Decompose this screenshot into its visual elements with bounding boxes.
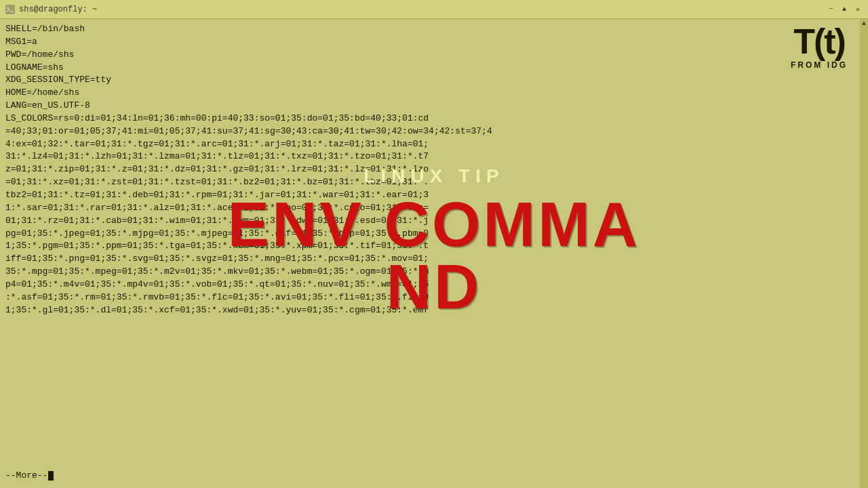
terminal-line: LS_COLORS=rs=0:di=01;34:ln=01;36:mh=00:p… [5,113,863,125]
close-button[interactable]: ✕ [853,5,863,14]
title-bar: shs@dragonfly: ~ − ▲ ✕ [0,0,868,19]
cursor [48,471,54,481]
minimize-button[interactable]: − [826,5,835,14]
terminal-line: LANG=en_US.UTF-8 [5,100,863,113]
terminal-window: shs@dragonfly: ~ − ▲ ✕ SHELL=/bin/bashMS… [0,0,868,488]
terminal-line: 1;35:*.gl=01;35:*.dl=01;35:*.xcf=01;35:*… [5,304,863,317]
terminal-line: SHELL=/bin/bash [5,23,863,36]
more-prompt: --More-- [5,470,54,483]
terminal-line: tbz2=01;31:*.tz=01;31:*.deb=01;31:*.rpm=… [5,189,863,202]
terminal-line: z=01;31:*.zip=01;31:*.z=01;31:*.dz=01;31… [5,163,863,176]
terminal-line: 4:ex=01;32:*.tar=01;31:*.tgz=01;31:*.arc… [5,138,863,151]
terminal-line: 1:*.sar=01;31:*.rar=01;31:*.alz=01;31:*.… [5,202,863,215]
window-title: shs@dragonfly: ~ [19,5,97,14]
scrollbar-track[interactable] [860,28,868,488]
terminal-line: 31:*.lz4=01;31:*.lzh=01;31:*.lzma=01;31:… [5,150,863,163]
logo-container: T(t) FROM IDG [791,24,848,70]
scrollbar[interactable]: ▲ ▼ [860,19,868,488]
terminal-line: 35:*.mpg=01;35:*.mpeg=01;35:*.m2v=01;35:… [5,266,863,279]
logo-text: T(t) [791,24,848,59]
terminal-line: =40;33;01:or=01;05;37;41:mi=01;05;37;41:… [5,125,863,138]
terminal-icon [5,5,15,14]
window-controls: − ▲ ✕ [826,5,863,14]
scroll-up-arrow[interactable]: ▲ [862,19,865,28]
terminal-line: =01;31:*.xz=01;31:*.zst=01;31:*.tzst=01;… [5,176,863,189]
terminal-line: iff=01;35:*.png=01;35:*.svg=01;35:*.svgz… [5,253,863,266]
terminal-line: HOME=/home/shs [5,87,863,100]
terminal-line: XDG_SESSION_TYPE=tty [5,74,863,87]
logo-from-idg: FROM IDG [791,60,848,70]
maximize-button[interactable]: ▲ [840,5,849,14]
terminal-line: LOGNAME=shs [5,62,863,75]
terminal-line: MSG1=a [5,36,863,49]
terminal-line: PWD=/home/shs [5,49,863,62]
terminal-line: p4=01;35:*.m4v=01;35:*.mp4v=01;35:*.vob=… [5,279,863,291]
terminal-line: 1;35:*.pgm=01;35:*.ppm=01;35:*.tga=01;35… [5,240,863,253]
terminal-line: :*.asf=01;35:*.rm=01;35:*.rmvb=01;35:*.f… [5,291,863,304]
terminal-line: 01;31:*.rz=01;31:*.cab=01;31:*.wim=01;31… [5,215,863,228]
terminal-lines: SHELL=/bin/bashMSG1=aPWD=/home/shsLOGNAM… [5,23,863,317]
terminal-content: SHELL=/bin/bashMSG1=aPWD=/home/shsLOGNAM… [0,19,868,488]
terminal-line: pg=01;35:*.jpeg=01;35:*.mjpg=01;35:*.mjp… [5,228,863,241]
